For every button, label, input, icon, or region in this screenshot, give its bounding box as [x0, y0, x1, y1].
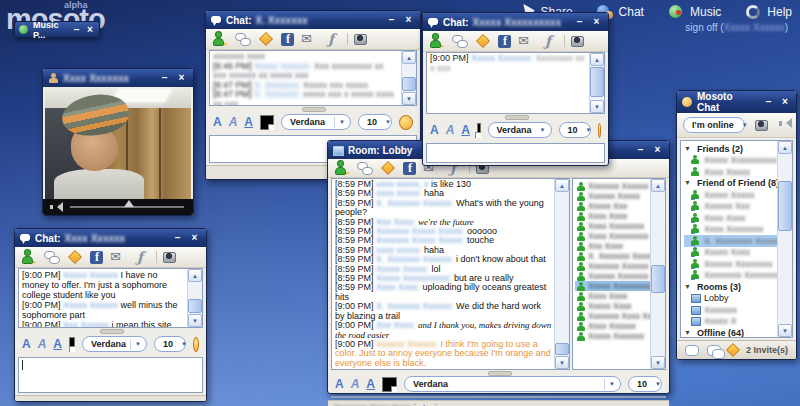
invite-user-icon[interactable]	[21, 249, 38, 265]
pane-resize-handle[interactable]	[206, 106, 420, 111]
facebook-icon[interactable]	[498, 35, 511, 48]
font-family-dropdown[interactable]: Verdana▼	[281, 114, 351, 130]
tree-row[interactable]: Xxxxx Xxxx	[684, 247, 777, 259]
room-user-row[interactable]: Xxx Xxxx	[575, 241, 650, 251]
share-diamond-icon[interactable]	[380, 160, 397, 176]
scroll-thumb[interactable]	[590, 67, 604, 97]
window-titlebar[interactable]: Mosoto Chat – ×	[677, 91, 796, 113]
scroll-up-arrow[interactable]	[590, 53, 604, 66]
tree-row[interactable]: Xxxxxx Xxx	[684, 201, 777, 213]
speaker-icon[interactable]	[50, 202, 63, 212]
room-user-row[interactable]: Xxxxx Xxxxxxx	[575, 331, 650, 341]
room-user-row[interactable]: Xxxxxx Xxxxx	[575, 191, 650, 201]
tree-row[interactable]: Xxxxx Xxxxxxxxxx	[684, 155, 777, 167]
scrollbar[interactable]	[777, 141, 792, 337]
room-user-row[interactable]: Xxxxx Xxx	[575, 201, 650, 211]
underline-button[interactable]: A	[366, 377, 375, 391]
window-titlebar[interactable]: Chat: Xxxx Xxxxxx – ×	[15, 229, 206, 247]
audio-icon[interactable]	[779, 117, 791, 133]
bold-button[interactable]: A	[22, 337, 31, 351]
message-input[interactable]	[426, 143, 605, 163]
italic-button[interactable]: A	[351, 377, 360, 391]
underline-button[interactable]: A	[244, 115, 253, 129]
facebook-icon[interactable]	[281, 33, 294, 46]
webcam-icon[interactable]	[569, 33, 586, 49]
tree-row[interactable]: Xxxxxxxx Xxxxxxxx	[684, 270, 777, 282]
email-icon[interactable]	[300, 31, 317, 47]
tree-row[interactable]: Xxxxx Xxxxx	[684, 189, 777, 201]
room-user-row[interactable]: X. Xxxxxxx Xxxxxx	[575, 251, 650, 261]
room-user-row[interactable]: Xxxx Xxxx	[575, 291, 650, 301]
close-button[interactable]: ×	[651, 142, 664, 158]
emoticon-button[interactable]	[193, 337, 199, 352]
scrollbar[interactable]	[589, 53, 604, 113]
invite-user-icon[interactable]	[212, 31, 229, 47]
facebook-icon[interactable]	[90, 251, 103, 264]
scroll-up-arrow[interactable]	[778, 141, 792, 154]
bold-button[interactable]: A	[213, 115, 222, 129]
nav-item[interactable]: Music	[668, 4, 721, 19]
minimize-button[interactable]: –	[158, 70, 171, 86]
close-button[interactable]: ×	[779, 94, 791, 110]
sign-off-link[interactable]: sign off (Xxxxx Xxxxxx)	[685, 22, 788, 33]
tree-row[interactable]: Friend of Friend (8)	[684, 178, 777, 190]
scroll-thumb[interactable]	[188, 299, 202, 313]
new-chat-icon[interactable]	[685, 345, 699, 356]
bold-button[interactable]: A	[335, 377, 344, 391]
scroll-up-arrow[interactable]	[188, 269, 202, 282]
room-user-row[interactable]: Xxxxxxx Xxxxxx	[575, 181, 650, 191]
share-diamond-icon[interactable]	[727, 344, 738, 355]
pane-resize-handle[interactable]	[15, 328, 206, 333]
close-button[interactable]: ×	[85, 22, 95, 38]
emoticon-button[interactable]	[399, 115, 413, 130]
scrollbar[interactable]	[650, 179, 665, 369]
room-user-row[interactable]: Xxxx Xxxxxx	[575, 321, 650, 331]
tree-row[interactable]: Xxxx Xxxxxxxx	[684, 224, 777, 236]
scroll-down-arrow[interactable]	[188, 314, 202, 327]
italic-button[interactable]: A	[229, 115, 238, 129]
webcam-icon[interactable]	[161, 249, 178, 265]
toolbar-separator[interactable]	[564, 35, 565, 47]
tree-row[interactable]: Xxxxxxx	[684, 304, 777, 316]
font-family-dropdown[interactable]: Verdana▼	[488, 122, 552, 138]
tree-row[interactable]: Friends (2)	[684, 143, 777, 155]
underline-button[interactable]: A	[53, 337, 62, 351]
font-color-picker[interactable]	[382, 377, 397, 392]
message-input[interactable]	[18, 357, 203, 393]
share-diamond-icon[interactable]	[67, 249, 84, 265]
close-button[interactable]: ×	[402, 12, 415, 28]
italic-button[interactable]: A	[38, 337, 47, 351]
scroll-thumb[interactable]	[778, 181, 792, 231]
invite-user-icon[interactable]	[429, 33, 446, 49]
wave-icon[interactable]	[132, 249, 149, 265]
wave-icon[interactable]	[323, 31, 340, 47]
tree-row[interactable]: Offline (64)	[684, 327, 777, 338]
invites-count[interactable]: 2 Invite(s)	[746, 345, 788, 355]
font-color-picker[interactable]	[69, 337, 75, 352]
scroll-thumb[interactable]	[402, 77, 416, 91]
share-diamond-icon[interactable]	[475, 33, 492, 49]
scroll-up-arrow[interactable]	[555, 179, 569, 192]
room-user-row[interactable]: Xxxxxxx Xxxxxx	[575, 261, 650, 271]
invite-user-icon[interactable]	[334, 160, 351, 176]
pane-resize-handle[interactable]	[423, 114, 608, 119]
close-button[interactable]: ×	[590, 14, 603, 30]
font-color-picker[interactable]	[477, 123, 480, 138]
scroll-thumb[interactable]	[555, 343, 569, 355]
toolbar-separator[interactable]	[156, 251, 157, 263]
room-user-row[interactable]: Xxxx Xxxxxxxx	[575, 221, 650, 231]
tree-row[interactable]: Rooms (3)	[684, 281, 777, 293]
music-player-window[interactable]: Music P... – ×	[14, 21, 100, 38]
volume-slider[interactable]	[70, 206, 184, 208]
scroll-up-arrow[interactable]	[402, 51, 416, 64]
font-family-dropdown[interactable]: Verdana▼	[404, 376, 621, 392]
minimize-button[interactable]: –	[71, 22, 81, 38]
scroll-down-arrow[interactable]	[651, 356, 665, 369]
room-user-row[interactable]: Xxxxxx Xxxxxxx	[575, 271, 650, 281]
tree-row[interactable]: Lobby	[684, 293, 777, 305]
scroll-thumb[interactable]	[651, 265, 665, 293]
email-icon[interactable]	[109, 249, 126, 265]
group-chat-icon[interactable]	[707, 345, 721, 356]
pane-resize-handle[interactable]	[328, 370, 669, 374]
tree-row[interactable]: Xxxx Xxxx	[684, 212, 777, 224]
